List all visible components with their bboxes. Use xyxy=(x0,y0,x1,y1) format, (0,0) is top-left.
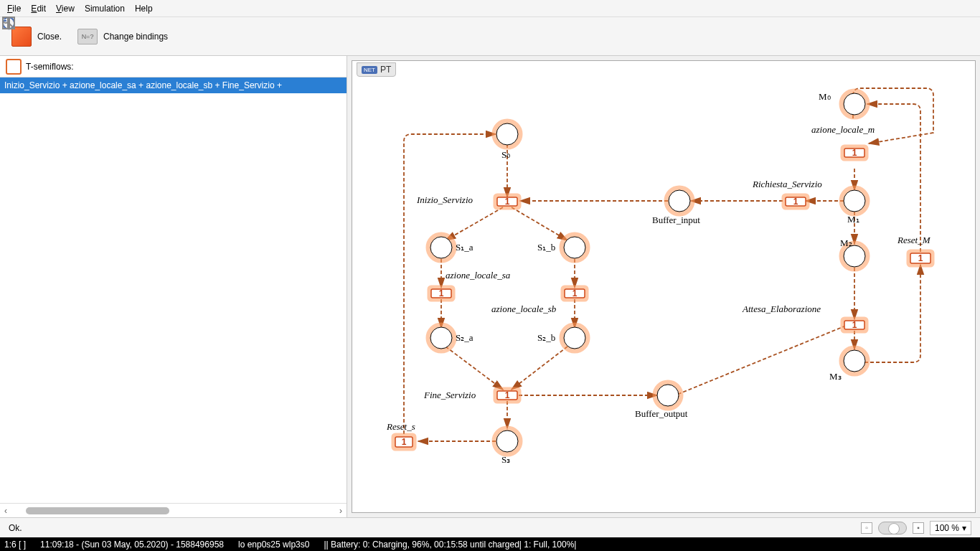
left-header-label: T-semiflows: xyxy=(26,62,74,72)
svg-point-37 xyxy=(844,350,865,372)
svg-point-25 xyxy=(657,385,679,406)
change-bindings-button[interactable]: N=? Change bindings xyxy=(77,29,168,44)
sys-workspace: 1:6 [ ] xyxy=(4,540,26,550)
svg-text:Buffer_output: Buffer_output xyxy=(635,408,688,419)
t-inizio: 1Inizio_Servizio xyxy=(416,194,519,207)
svg-point-31 xyxy=(844,190,865,212)
petri-net-svg: S₀ S₁_a S₁_b S₂_a S₂_b S₃ Buffer_input B… xyxy=(352,75,976,513)
svg-text:1: 1 xyxy=(573,288,578,298)
svg-point-7 xyxy=(430,237,452,258)
change-label: Change bindings xyxy=(103,32,168,42)
menu-help[interactable]: Help xyxy=(135,4,153,14)
svg-text:S₀: S₀ xyxy=(501,149,510,160)
svg-point-19 xyxy=(496,430,518,452)
t-resets: 1Reset_s xyxy=(386,421,415,448)
menu-edit[interactable]: Edit xyxy=(31,4,46,14)
svg-text:1: 1 xyxy=(439,288,444,298)
toggle-icon[interactable] xyxy=(878,522,907,534)
svg-text:Buffer_input: Buffer_input xyxy=(652,215,700,225)
place-m1: M₁ xyxy=(842,188,867,225)
canvas-title: NET PT xyxy=(357,62,396,77)
close-label: Close. xyxy=(37,32,62,42)
place-m3: M₃ xyxy=(829,348,867,382)
sys-net: lo enp0s25 wlp3s0 xyxy=(238,540,309,550)
place-m2: M₂ xyxy=(840,237,867,269)
svg-text:Reset_s: Reset_s xyxy=(386,421,415,432)
svg-text:azione_locale_m: azione_locale_m xyxy=(811,124,875,135)
list-item[interactable]: Inizio_Servizio + azione_locale_sa + azi… xyxy=(0,77,347,93)
zoom-select[interactable]: 100 % ▾ xyxy=(930,521,971,535)
system-bar: 1:6 [ ] 11:09:18 - (Sun 03 May, 05.2020)… xyxy=(0,537,980,551)
place-buffer-output: Buffer_output xyxy=(635,382,688,419)
svg-text:S₂_a: S₂_a xyxy=(456,332,473,343)
place-s2a: S₂_a xyxy=(428,325,473,351)
svg-text:1: 1 xyxy=(793,197,798,207)
svg-text:1: 1 xyxy=(918,253,923,263)
svg-point-2 xyxy=(3,17,9,23)
svg-text:1: 1 xyxy=(402,437,407,447)
svg-point-4 xyxy=(496,123,518,145)
semiflows-icon xyxy=(6,59,22,75)
menu-file[interactable]: FFileile xyxy=(7,4,21,14)
svg-text:1: 1 xyxy=(852,148,857,158)
sys-battery: || Battery: 0: Charging, 96%, 00:15:58 u… xyxy=(324,540,576,550)
svg-point-13 xyxy=(430,327,452,349)
place-s2b: S₂_b xyxy=(537,325,588,351)
place-s3: S₃ xyxy=(494,428,520,465)
status-bar: Ok. ▫ ▪ 100 % ▾ xyxy=(0,517,980,537)
svg-point-22 xyxy=(669,190,690,212)
svg-text:M₀: M₀ xyxy=(819,91,831,102)
svg-point-34 xyxy=(844,245,865,267)
svg-text:M₃: M₃ xyxy=(829,371,842,382)
svg-text:1: 1 xyxy=(852,320,857,330)
sys-time: 11:09:18 - (Sun 03 May, 05.2020) - 15884… xyxy=(40,540,224,550)
place-s1a: S₁_a xyxy=(428,235,473,260)
menu-simulation[interactable]: Simulation xyxy=(85,4,125,14)
toolbar: Close. N=? Change bindings xyxy=(0,17,980,56)
tool-icon[interactable] xyxy=(261,25,284,48)
svg-text:1: 1 xyxy=(505,197,510,207)
zoom-out-icon[interactable]: ▫ xyxy=(861,522,872,534)
right-panel: NET PT xyxy=(347,56,980,517)
svg-point-16 xyxy=(564,327,585,349)
svg-text:S₁_b: S₁_b xyxy=(537,242,555,253)
svg-text:azione_locale_sa: azione_locale_sa xyxy=(446,270,511,281)
svg-text:M₁: M₁ xyxy=(847,214,859,225)
place-s1b: S₁_b xyxy=(537,235,588,260)
svg-point-28 xyxy=(844,93,865,115)
left-panel: T-semiflows: Inizio_Servizio + azione_lo… xyxy=(0,56,347,517)
semiflows-list[interactable]: Inizio_Servizio + azione_locale_sa + azi… xyxy=(0,77,347,503)
t-attesa: 1Attesa_Elaborazione xyxy=(742,303,866,331)
t-richiesta: 1Richiesta_Servizio xyxy=(752,179,822,207)
svg-point-10 xyxy=(564,237,585,258)
t-asb: 1azione_locale_sb xyxy=(491,288,586,314)
svg-text:S₂_b: S₂_b xyxy=(537,332,555,343)
h-scrollbar[interactable]: ‹› xyxy=(0,503,347,517)
net-badge-icon: NET xyxy=(362,66,377,74)
place-buffer-input: Buffer_input xyxy=(652,188,700,225)
refresh-icon[interactable] xyxy=(184,25,207,48)
chevron-down-icon: ▾ xyxy=(962,523,966,533)
zoom-in-icon[interactable]: ▪ xyxy=(913,522,924,534)
close-button[interactable]: Close. xyxy=(11,27,62,47)
main-area: T-semiflows: Inizio_Servizio + azione_lo… xyxy=(0,56,980,517)
svg-text:Fine_Servizio: Fine_Servizio xyxy=(423,390,476,400)
svg-text:Richiesta_Servizio: Richiesta_Servizio xyxy=(752,179,822,189)
svg-text:Attesa_Elaborazione: Attesa_Elaborazione xyxy=(742,303,821,314)
svg-text:Reset_M: Reset_M xyxy=(897,235,931,245)
place-m0: M₀ xyxy=(819,91,867,117)
t-alm: 1azione_locale_m xyxy=(811,124,875,159)
svg-text:S₃: S₃ xyxy=(501,454,510,465)
svg-text:azione_locale_sb: azione_locale_sb xyxy=(491,303,557,314)
svg-text:Inizio_Servizio: Inizio_Servizio xyxy=(416,194,473,205)
net-canvas[interactable]: NET PT xyxy=(352,60,976,513)
bindings-icon: N=? xyxy=(77,29,98,44)
t-resetm: 1Reset_M xyxy=(897,235,932,265)
svg-text:M₂: M₂ xyxy=(840,237,852,248)
menu-view[interactable]: View xyxy=(56,4,75,14)
t-fine: 1Fine_Servizio xyxy=(423,390,519,401)
svg-text:S₁_a: S₁_a xyxy=(456,242,473,253)
status-message: Ok. xyxy=(9,523,861,533)
t-asa: 1azione_locale_sa xyxy=(430,270,511,299)
book-icon[interactable] xyxy=(222,25,245,48)
